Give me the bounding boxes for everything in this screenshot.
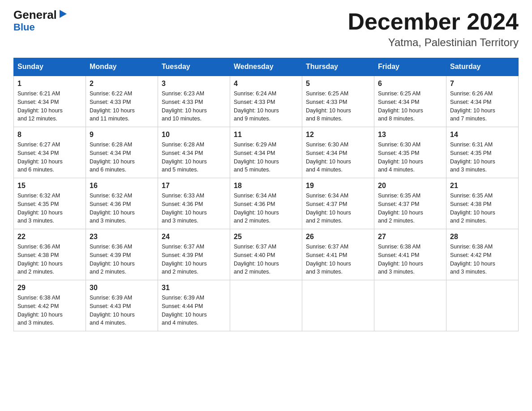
logo-blue: Blue: [13, 21, 35, 33]
day-number: 25: [234, 233, 298, 241]
logo: General Blue: [13, 9, 68, 33]
day-number: 16: [90, 182, 154, 190]
day-info: Sunrise: 6:34 AMSunset: 4:36 PMDaylight:…: [234, 192, 298, 225]
day-number: 7: [450, 80, 515, 88]
week-row-3: 15 Sunrise: 6:32 AMSunset: 4:35 PMDaylig…: [14, 178, 519, 229]
day-number: 17: [162, 182, 226, 190]
header-row: SundayMondayTuesdayWednesdayThursdayFrid…: [14, 58, 519, 76]
header-sunday: Sunday: [14, 58, 86, 76]
week-row-1: 1 Sunrise: 6:21 AMSunset: 4:34 PMDayligh…: [14, 76, 519, 127]
week-row-4: 22 Sunrise: 6:36 AMSunset: 4:38 PMDaylig…: [14, 229, 519, 280]
day-info: Sunrise: 6:37 AMSunset: 4:39 PMDaylight:…: [162, 243, 226, 276]
day-number: 5: [306, 80, 370, 88]
day-info: Sunrise: 6:31 AMSunset: 4:35 PMDaylight:…: [450, 141, 515, 174]
day-info: Sunrise: 6:34 AMSunset: 4:37 PMDaylight:…: [306, 192, 370, 225]
day-info: Sunrise: 6:35 AMSunset: 4:37 PMDaylight:…: [378, 192, 442, 225]
day-info: Sunrise: 6:36 AMSunset: 4:39 PMDaylight:…: [90, 243, 154, 276]
day-number: 28: [450, 233, 515, 241]
day-info: Sunrise: 6:29 AMSunset: 4:34 PMDaylight:…: [234, 141, 298, 174]
day-number: 13: [378, 131, 442, 139]
calendar-cell: 15 Sunrise: 6:32 AMSunset: 4:35 PMDaylig…: [14, 178, 86, 229]
calendar-cell: 9 Sunrise: 6:28 AMSunset: 4:34 PMDayligh…: [86, 127, 158, 178]
logo-general: General: [13, 9, 57, 21]
calendar-cell: 5 Sunrise: 6:25 AMSunset: 4:33 PMDayligh…: [302, 76, 374, 127]
day-info: Sunrise: 6:38 AMSunset: 4:41 PMDaylight:…: [378, 243, 442, 276]
calendar-cell: 30 Sunrise: 6:39 AMSunset: 4:43 PMDaylig…: [86, 280, 158, 331]
day-number: 3: [162, 80, 226, 88]
calendar-cell: [446, 280, 519, 331]
calendar-cell: 6 Sunrise: 6:25 AMSunset: 4:34 PMDayligh…: [374, 76, 446, 127]
day-number: 31: [162, 284, 226, 292]
day-info: Sunrise: 6:32 AMSunset: 4:36 PMDaylight:…: [90, 192, 154, 225]
header-wednesday: Wednesday: [230, 58, 302, 76]
calendar-cell: 23 Sunrise: 6:36 AMSunset: 4:39 PMDaylig…: [86, 229, 158, 280]
header-thursday: Thursday: [302, 58, 374, 76]
calendar-cell: 27 Sunrise: 6:38 AMSunset: 4:41 PMDaylig…: [374, 229, 446, 280]
day-info: Sunrise: 6:25 AMSunset: 4:33 PMDaylight:…: [306, 90, 370, 123]
day-info: Sunrise: 6:39 AMSunset: 4:44 PMDaylight:…: [162, 294, 226, 327]
day-number: 15: [17, 182, 82, 190]
calendar-cell: 19 Sunrise: 6:34 AMSunset: 4:37 PMDaylig…: [302, 178, 374, 229]
day-number: 27: [378, 233, 442, 241]
calendar-cell: 29 Sunrise: 6:38 AMSunset: 4:42 PMDaylig…: [14, 280, 86, 331]
day-info: Sunrise: 6:39 AMSunset: 4:43 PMDaylight:…: [90, 294, 154, 327]
calendar-cell: 21 Sunrise: 6:35 AMSunset: 4:38 PMDaylig…: [446, 178, 519, 229]
day-info: Sunrise: 6:36 AMSunset: 4:38 PMDaylight:…: [17, 243, 82, 276]
day-info: Sunrise: 6:35 AMSunset: 4:38 PMDaylight:…: [450, 192, 515, 225]
week-row-5: 29 Sunrise: 6:38 AMSunset: 4:42 PMDaylig…: [14, 280, 519, 331]
day-number: 29: [17, 284, 82, 292]
day-number: 11: [234, 131, 298, 139]
calendar-cell: 24 Sunrise: 6:37 AMSunset: 4:39 PMDaylig…: [158, 229, 230, 280]
day-number: 10: [162, 131, 226, 139]
calendar-cell: 2 Sunrise: 6:22 AMSunset: 4:33 PMDayligh…: [86, 76, 158, 127]
svg-marker-0: [60, 10, 67, 18]
calendar-cell: 31 Sunrise: 6:39 AMSunset: 4:44 PMDaylig…: [158, 280, 230, 331]
calendar-cell: 10 Sunrise: 6:28 AMSunset: 4:34 PMDaylig…: [158, 127, 230, 178]
day-info: Sunrise: 6:33 AMSunset: 4:36 PMDaylight:…: [162, 192, 226, 225]
day-info: Sunrise: 6:23 AMSunset: 4:33 PMDaylight:…: [162, 90, 226, 123]
calendar-cell: [230, 280, 302, 331]
week-row-2: 8 Sunrise: 6:27 AMSunset: 4:34 PMDayligh…: [14, 127, 519, 178]
calendar-cell: 13 Sunrise: 6:30 AMSunset: 4:35 PMDaylig…: [374, 127, 446, 178]
day-info: Sunrise: 6:37 AMSunset: 4:40 PMDaylight:…: [234, 243, 298, 276]
day-number: 30: [90, 284, 154, 292]
day-info: Sunrise: 6:28 AMSunset: 4:34 PMDaylight:…: [162, 141, 226, 174]
day-info: Sunrise: 6:27 AMSunset: 4:34 PMDaylight:…: [17, 141, 82, 174]
day-info: Sunrise: 6:30 AMSunset: 4:35 PMDaylight:…: [378, 141, 442, 174]
day-number: 2: [90, 80, 154, 88]
day-number: 1: [17, 80, 82, 88]
calendar-cell: 3 Sunrise: 6:23 AMSunset: 4:33 PMDayligh…: [158, 76, 230, 127]
calendar-cell: 18 Sunrise: 6:34 AMSunset: 4:36 PMDaylig…: [230, 178, 302, 229]
calendar-cell: 1 Sunrise: 6:21 AMSunset: 4:34 PMDayligh…: [14, 76, 86, 127]
day-info: Sunrise: 6:32 AMSunset: 4:35 PMDaylight:…: [17, 192, 82, 225]
header-tuesday: Tuesday: [158, 58, 230, 76]
header-saturday: Saturday: [446, 58, 519, 76]
day-number: 23: [90, 233, 154, 241]
day-number: 26: [306, 233, 370, 241]
calendar-cell: 14 Sunrise: 6:31 AMSunset: 4:35 PMDaylig…: [446, 127, 519, 178]
day-number: 6: [378, 80, 442, 88]
header-friday: Friday: [374, 58, 446, 76]
calendar-cell: 25 Sunrise: 6:37 AMSunset: 4:40 PMDaylig…: [230, 229, 302, 280]
calendar-cell: 12 Sunrise: 6:30 AMSunset: 4:34 PMDaylig…: [302, 127, 374, 178]
day-number: 22: [17, 233, 82, 241]
calendar-subtitle: Yatma, Palestinian Territory: [348, 36, 519, 49]
calendar-title: December 2024: [348, 9, 519, 34]
day-info: Sunrise: 6:38 AMSunset: 4:42 PMDaylight:…: [450, 243, 515, 276]
page-header: General Blue December 2024 Yatma, Palest…: [13, 9, 519, 49]
calendar-cell: 20 Sunrise: 6:35 AMSunset: 4:37 PMDaylig…: [374, 178, 446, 229]
calendar-cell: 22 Sunrise: 6:36 AMSunset: 4:38 PMDaylig…: [14, 229, 86, 280]
day-info: Sunrise: 6:24 AMSunset: 4:33 PMDaylight:…: [234, 90, 298, 123]
calendar-cell: [374, 280, 446, 331]
day-info: Sunrise: 6:28 AMSunset: 4:34 PMDaylight:…: [90, 141, 154, 174]
day-info: Sunrise: 6:26 AMSunset: 4:34 PMDaylight:…: [450, 90, 515, 123]
logo-triangle-icon: [58, 9, 68, 19]
calendar-title-area: December 2024 Yatma, Palestinian Territo…: [348, 9, 519, 49]
calendar-cell: 17 Sunrise: 6:33 AMSunset: 4:36 PMDaylig…: [158, 178, 230, 229]
calendar-table: SundayMondayTuesdayWednesdayThursdayFrid…: [13, 58, 519, 331]
calendar-cell: 4 Sunrise: 6:24 AMSunset: 4:33 PMDayligh…: [230, 76, 302, 127]
day-number: 20: [378, 182, 442, 190]
day-number: 21: [450, 182, 515, 190]
header-monday: Monday: [86, 58, 158, 76]
day-info: Sunrise: 6:22 AMSunset: 4:33 PMDaylight:…: [90, 90, 154, 123]
